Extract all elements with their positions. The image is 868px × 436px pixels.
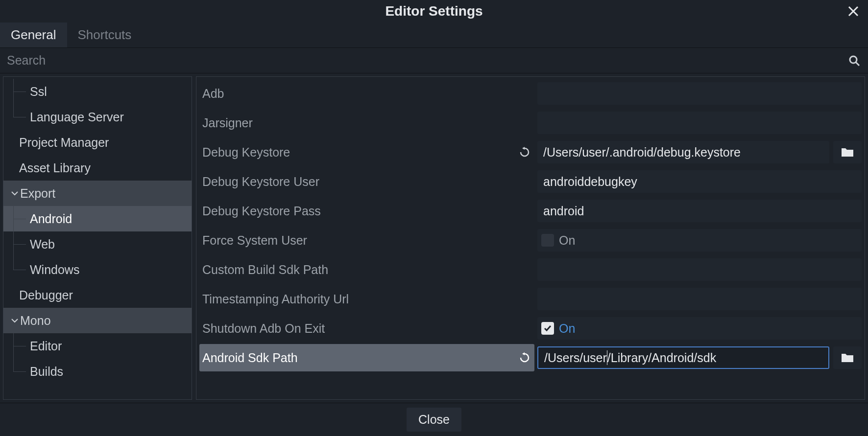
tree-label: Windows [30, 263, 79, 277]
tree-label: Web [30, 237, 55, 252]
tab-general[interactable]: General [0, 23, 67, 47]
tree-label: Android [30, 212, 72, 226]
prop-label-jarsigner: Jarsigner [199, 109, 534, 137]
prop-value-adb[interactable] [537, 82, 862, 105]
prop-label-debug-keystore-pass: Debug Keystore Pass [199, 197, 534, 225]
checkbox-checked-icon[interactable] [541, 322, 554, 335]
on-label: On [559, 321, 575, 336]
prop-label-android-sdk-path: Android Sdk Path [199, 344, 534, 371]
tree-item-project-manager[interactable]: Project Manager [3, 130, 192, 155]
tree-label: Asset Library [19, 161, 91, 175]
reset-icon[interactable] [519, 352, 530, 364]
search-icon[interactable] [847, 54, 861, 68]
label-text: Android Sdk Path [202, 351, 298, 365]
tree-label: Mono [20, 314, 51, 328]
prop-label-timestamping-authority-url: Timestamping Authority Url [199, 285, 534, 313]
tree-label: Ssl [30, 85, 47, 99]
prop-value-android-sdk-path[interactable]: /Users/user/Library/Android/sdk [537, 346, 829, 369]
prop-value-timestamping-authority-url[interactable] [537, 288, 862, 310]
label-text: Debug Keystore [202, 145, 290, 160]
tree-item-ssl[interactable]: Ssl [3, 79, 192, 104]
prop-label-debug-keystore-user: Debug Keystore User [199, 168, 534, 195]
reset-icon[interactable] [519, 146, 530, 158]
tree-label: Editor [30, 339, 62, 353]
prop-value-force-system-user[interactable]: On [537, 229, 862, 252]
prop-value-debug-keystore-pass[interactable]: android [537, 200, 862, 222]
prop-label-shutdown-adb-on-exit: Shutdown Adb On Exit [199, 315, 534, 342]
on-label: On [559, 233, 575, 248]
tree-label: Export [20, 186, 55, 201]
tree-item-windows[interactable]: Windows [3, 257, 192, 282]
tree-item-language-server[interactable]: Language Server [3, 104, 192, 130]
prop-label-custom-build-sdk-path: Custom Build Sdk Path [199, 256, 534, 283]
tree-item-builds[interactable]: Builds [3, 359, 192, 384]
prop-value-custom-build-sdk-path[interactable] [537, 258, 862, 281]
close-icon[interactable] [845, 3, 861, 19]
prop-value-debug-keystore-user[interactable]: androiddebugkey [537, 170, 862, 193]
folder-button[interactable] [833, 346, 862, 369]
properties-panel: Adb Jarsigner Debug Keystore /Users/user… [196, 76, 865, 400]
tree-item-export[interactable]: Export [3, 181, 192, 206]
tree-label: Builds [30, 365, 63, 379]
tree-label: Language Server [30, 110, 124, 124]
prop-value-debug-keystore[interactable]: /Users/user/.android/debug.keystore [537, 141, 829, 163]
prop-label-force-system-user: Force System User [199, 227, 534, 254]
text-pre: /Users/user [544, 351, 607, 365]
prop-label-adb: Adb [199, 80, 534, 107]
tree-label: Project Manager [19, 136, 109, 150]
svg-point-0 [850, 56, 857, 63]
tree-item-asset-library[interactable]: Asset Library [3, 155, 192, 181]
prop-label-debug-keystore: Debug Keystore [199, 138, 534, 166]
tabs: General Shortcuts [0, 23, 868, 48]
chevron-down-icon[interactable] [10, 317, 19, 324]
tree-item-web[interactable]: Web [3, 231, 192, 257]
chevron-down-icon[interactable] [10, 190, 19, 197]
window-title: Editor Settings [385, 3, 482, 19]
close-button[interactable]: Close [407, 408, 461, 432]
text-post: /Library/Android/sdk [607, 351, 716, 365]
tree-item-android[interactable]: Android [3, 206, 192, 231]
prop-value-jarsigner[interactable] [537, 112, 862, 134]
folder-button[interactable] [833, 141, 862, 163]
tree-item-debugger[interactable]: Debugger [3, 282, 192, 308]
sidebar: Ssl Language Server Project Manager Asse… [3, 76, 192, 400]
tab-shortcuts[interactable]: Shortcuts [67, 23, 143, 47]
search-input[interactable] [7, 53, 847, 68]
tree-label: Debugger [19, 288, 73, 302]
prop-value-shutdown-adb-on-exit[interactable]: On [537, 317, 862, 340]
tree-item-mono[interactable]: Mono [3, 308, 192, 333]
tree-item-editor[interactable]: Editor [3, 333, 192, 359]
checkbox-icon[interactable] [541, 234, 554, 247]
